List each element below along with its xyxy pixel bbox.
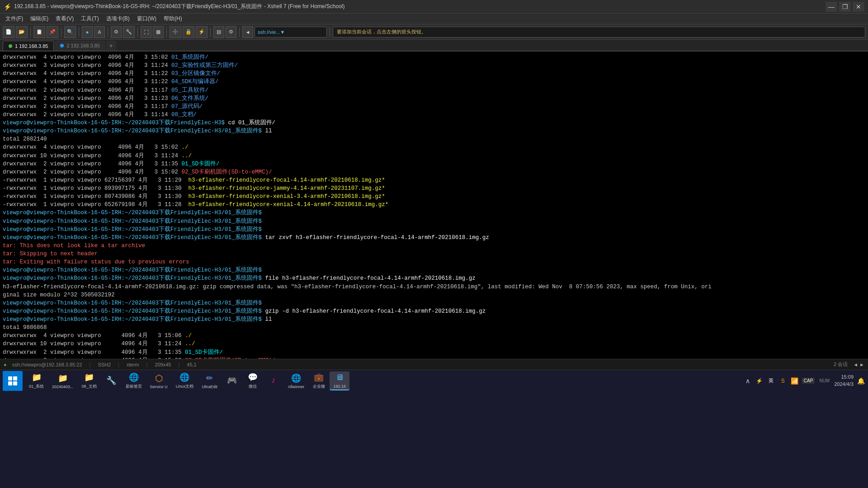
- taskbar-app-enterprise[interactable]: 💼 企业微: [309, 371, 329, 390]
- taskbar-app-folder2[interactable]: 📁 20240403...: [48, 371, 77, 390]
- folder3-icon: 📁: [84, 372, 94, 383]
- lang-icon[interactable]: 英: [767, 376, 776, 385]
- settings-app-icon: 🔧: [106, 375, 117, 386]
- terminal-line: viewpro@viewpro-ThinkBook-16-G5-IRH:~/20…: [3, 299, 865, 307]
- menu-bar: 文件(F)编辑(E)查看(V)工具(T)选项卡(B)窗口(W)帮助(H): [0, 14, 868, 24]
- new-tab-button[interactable]: +: [106, 41, 116, 51]
- terminal-line: drwxrwxrwx 3 viewpro viewpro 4096 4月 3 1…: [3, 61, 865, 70]
- taskbar-app-wechat[interactable]: 💬 微信: [243, 371, 263, 390]
- terminal-line: total 2882140: [3, 135, 865, 143]
- term-type-label: xterm: [127, 362, 139, 367]
- date-display: 2024/4/3: [834, 381, 854, 388]
- terminal-line: drwxrwxrwx 10 viewpro viewpro 4096 4月 3 …: [3, 152, 865, 160]
- paste-button[interactable]: 📌: [47, 26, 58, 38]
- maximize-button[interactable]: ❐: [839, 2, 851, 12]
- address-dropdown-icon[interactable]: ▼: [280, 29, 287, 35]
- menu-item-W[interactable]: 窗口(W): [133, 14, 160, 23]
- session-nav-arrows[interactable]: ◄ ►: [853, 362, 864, 367]
- bluetooth-icon[interactable]: ⚡: [755, 376, 764, 385]
- taskbar-app-service[interactable]: ⬡ Service U: [146, 371, 171, 390]
- toolbar-separator7: [210, 27, 211, 37]
- quick-command-bar: 要添加当前会话，点击左侧的箭头按钮。: [333, 27, 865, 38]
- taskbar-app-ultraedit[interactable]: ✏ UltraEdit: [198, 371, 221, 390]
- title-bar: ⚡ 192.168.3.85 - viewpro@viewpro-ThinkBo…: [0, 0, 868, 14]
- start-button[interactable]: [3, 371, 23, 391]
- open-button[interactable]: 📂: [16, 26, 28, 38]
- terminal-line: total 9886868: [3, 324, 865, 332]
- system-tray: ∧ ⚡ 英 S 📶 CAP NUM 15:09 2024/4/3 🔔: [743, 374, 865, 388]
- notification-icon[interactable]: 🔔: [856, 376, 865, 385]
- taskbar-app-xshell[interactable]: 🖥 192.16: [330, 371, 349, 390]
- taskbar-app-folder3[interactable]: 📁 08_文档: [78, 371, 100, 390]
- terminal-line: viewpro@viewpro-ThinkBook-16-G5-IRH:~/20…: [3, 315, 865, 324]
- prompt-text: 要添加当前会话，点击左侧的箭头按钮。: [337, 28, 426, 35]
- status-sep2: |: [118, 362, 119, 367]
- taskbar-app-browser[interactable]: 🌐 新标签页: [122, 371, 146, 390]
- terminal-line: -rwxrwxrwx 1 viewpro viewpro 652679198 4…: [3, 201, 865, 209]
- menu-item-T[interactable]: 工具(T): [77, 14, 102, 23]
- terminal-line: tar: Exiting with failure status due to …: [3, 258, 865, 266]
- arrow-left-button[interactable]: ◄: [242, 26, 253, 38]
- taskbar-app-folder1[interactable]: 📁 01_系统: [25, 371, 47, 390]
- menu-item-H[interactable]: 帮助(H): [160, 14, 186, 23]
- service-icon: ⬡: [153, 373, 164, 384]
- fullscreen-button[interactable]: ⛶: [141, 26, 151, 38]
- color-button[interactable]: ●: [82, 26, 93, 38]
- tab-1-label: 1 192.168.3.85: [15, 43, 48, 49]
- terminal-line: viewpro@viewpro-ThinkBook-16-G5-IRH:~/20…: [3, 307, 865, 315]
- font-button[interactable]: A: [94, 26, 105, 38]
- settings-button[interactable]: ⚡: [196, 26, 208, 38]
- taskbar-app-music[interactable]: ♪: [264, 371, 283, 390]
- record-button[interactable]: ⚙: [226, 26, 236, 38]
- ultraedit-icon: ✏: [204, 373, 215, 384]
- status-sep4: |: [178, 362, 179, 367]
- new-session-button[interactable]: 📄: [3, 26, 14, 38]
- sdcard-icon[interactable]: S: [778, 376, 788, 385]
- taskbar-app-linux[interactable]: 🌐 Linux文档: [172, 371, 198, 390]
- address-bar[interactable]: ssh://vie... ▼: [255, 27, 327, 38]
- terminal-line: -rwxrwxrwx 1 viewpro viewpro 893997175 4…: [3, 184, 865, 192]
- copy-button[interactable]: 📋: [33, 26, 45, 38]
- zoom-in-button[interactable]: ➕: [170, 26, 181, 38]
- minimize-button[interactable]: —: [826, 2, 837, 12]
- menu-item-F[interactable]: 文件(F): [2, 14, 27, 23]
- toolbar-separator4: [108, 27, 108, 37]
- session-manager-button[interactable]: ⚙: [111, 26, 122, 38]
- terminal-line: viewpro@viewpro-ThinkBook-16-G5-IRH:~/20…: [3, 209, 865, 217]
- linux-icon: 🌐: [179, 372, 190, 383]
- terminal-line: drwxrwxrwx 4 viewpro viewpro 4096 4月 3 1…: [3, 78, 865, 86]
- menu-item-E[interactable]: 编辑(E): [27, 14, 52, 23]
- terminal-output: drwxrwxrwx 4 viewpro viewpro 4096 4月 3 1…: [0, 52, 868, 359]
- wechat-icon: 💬: [247, 372, 258, 383]
- taskbar-app-settings[interactable]: 🔧: [101, 371, 121, 390]
- music-icon: ♪: [268, 375, 279, 386]
- terminal-line: viewpro@viewpro-ThinkBook-16-G5-IRH:~/20…: [3, 234, 865, 242]
- expand-tray-icon[interactable]: ∧: [743, 376, 752, 385]
- split-button[interactable]: ▦: [153, 26, 164, 38]
- tab-1[interactable]: 1 192.168.3.85: [3, 41, 54, 51]
- system-clock[interactable]: 15:09 2024/4/3: [834, 374, 854, 388]
- toolbar-separator3: [79, 27, 79, 37]
- terminal-line: viewpro@viewpro-ThinkBook-16-G5-IRH:~/20…: [3, 274, 865, 282]
- wifi-icon[interactable]: 📶: [790, 376, 799, 385]
- close-button[interactable]: ✕: [853, 2, 864, 12]
- app-icon: ⚡: [4, 3, 11, 10]
- terminal-line: drwxrwxrwx 2 viewpro viewpro 4096 4月 3 1…: [3, 348, 865, 357]
- ultraedit-label: UltraEdit: [202, 385, 217, 389]
- terminal-line: tar: This does not look like a tar archi…: [3, 242, 865, 250]
- options-button[interactable]: 🔧: [123, 26, 135, 38]
- menu-item-B[interactable]: 选项卡(B): [103, 14, 133, 23]
- layout-button[interactable]: ▤: [213, 26, 224, 38]
- terminal-line: viewpro@viewpro-ThinkBook-16-G5-IRH:~/20…: [3, 217, 865, 225]
- window-controls: — ❐ ✕: [826, 2, 864, 12]
- zoom-out-button[interactable]: 🔒: [183, 26, 194, 38]
- menu-item-V[interactable]: 查看(V): [52, 14, 77, 23]
- taskbar: 📁 01_系统 📁 20240403... 📁 08_文档 🔧 🌐 新标签页 ⬡…: [0, 370, 868, 391]
- find-button[interactable]: 🔍: [64, 26, 76, 38]
- taskbar-app-allwinner[interactable]: 🌐 Allwinner: [284, 371, 308, 390]
- tab-bar: 1 192.168.3.85 2 192.168.3.85 +: [0, 40, 868, 52]
- status-bar: ● ssh;//viewpro@192.168.3.85:22 | SSH2 |…: [0, 359, 868, 370]
- terminal-line: drwxrwxrwx 2 viewpro viewpro 4096 4月 3 1…: [3, 168, 865, 176]
- taskbar-app-game[interactable]: 🎮: [222, 371, 242, 390]
- tab-2[interactable]: 2 192.168.3.85: [55, 41, 105, 51]
